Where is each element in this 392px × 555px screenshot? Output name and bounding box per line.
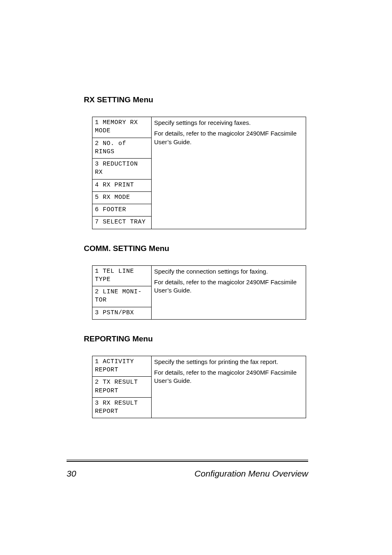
menu-item: 4 RX PRINT [92, 179, 152, 191]
table-comm-setting: 1 TEL LINE TYPE Specify the connection s… [92, 265, 306, 320]
heading-reporting: REPORTING Menu [84, 334, 306, 343]
table-rx-setting: 1 MEMORY RX MODE Specify settings for re… [92, 117, 306, 229]
menu-description: Specify settings for receiving faxes. Fo… [152, 117, 306, 229]
heading-rx-setting: RX SETTING Menu [84, 95, 306, 104]
desc-text: Specify the settings for printing the fa… [154, 358, 303, 366]
menu-item: 7 SELECT TRAY [92, 216, 152, 229]
page-footer: 30 Configuration Menu Overview [67, 469, 308, 479]
menu-description: Specify the connection settings for faxi… [152, 265, 306, 319]
menu-item: 3 PSTN/PBX [92, 307, 152, 319]
content-block: RX SETTING Menu 1 MEMORY RX MODE Specify… [84, 95, 306, 418]
menu-item: 2 NO. of RINGS [92, 138, 152, 159]
desc-text: Specify settings for receiving faxes. [154, 119, 303, 127]
menu-item: 2 LINE MONI-TOR [92, 286, 152, 307]
page: RX SETTING Menu 1 MEMORY RX MODE Specify… [0, 0, 392, 555]
menu-description: Specify the settings for printing the fa… [152, 356, 306, 418]
table-reporting: 1 ACTIVITY REPORT Specify the settings f… [92, 356, 306, 419]
menu-item: 1 TEL LINE TYPE [92, 265, 152, 286]
footer-title: Configuration Menu Overview [194, 469, 308, 479]
heading-comm-setting: COMM. SETTING Menu [84, 244, 306, 253]
page-number: 30 [67, 469, 76, 479]
menu-item: 3 REDUCTION RX [92, 159, 152, 180]
desc-text: For details, refer to the magicolor 2490… [154, 368, 303, 385]
desc-text: Specify the connection settings for faxi… [154, 267, 303, 276]
menu-item: 1 ACTIVITY REPORT [92, 356, 152, 377]
menu-item: 2 TX RESULT REPORT [92, 377, 152, 398]
footer-rule [67, 460, 308, 462]
desc-text: For details, refer to the magicolor 2490… [154, 129, 303, 146]
menu-item: 1 MEMORY RX MODE [92, 117, 152, 138]
menu-item: 3 RX RESULT REPORT [92, 397, 152, 418]
menu-item: 6 FOOTER [92, 204, 152, 216]
desc-text: For details, refer to the magicolor 2490… [154, 278, 303, 295]
menu-item: 5 RX MODE [92, 191, 152, 204]
